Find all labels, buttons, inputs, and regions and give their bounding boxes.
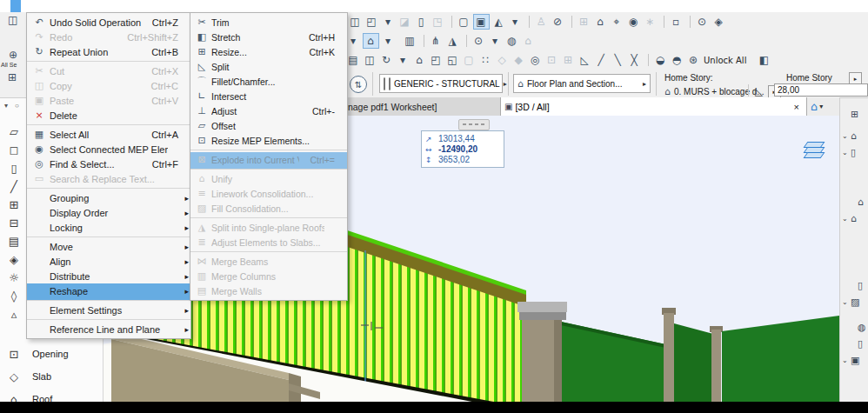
select-all-icon[interactable]: ⊕	[9, 49, 17, 61]
move-selection-icon[interactable]: ⊞	[561, 52, 576, 68]
worksheets-node-2[interactable]: ⌄ ▨	[840, 294, 868, 310]
details-node[interactable]: ⌄ ◍	[840, 319, 868, 336]
menu-locking[interactable]: Locking ▸	[27, 220, 190, 237]
menu-reference-line-plane[interactable]: Reference Line and Plane ▸	[27, 322, 190, 336]
link-icon[interactable]: ◳	[431, 14, 445, 30]
pick-pen-icon[interactable]: ╱	[594, 52, 609, 68]
cameras-node[interactable]: ⌄ ▯	[840, 336, 868, 352]
look-to-icon[interactable]: ◉	[626, 14, 641, 30]
submenu-split-single-plane-roofs[interactable]: ◮ Split into Single-plane Roofs ▸	[190, 220, 347, 235]
opening-tool[interactable]: ⊡ Opening	[0, 343, 103, 365]
submenu-stretch[interactable]: ◧ Stretch Ctrl+H ▸	[190, 30, 347, 44]
home-view-icon[interactable]: ⌂	[593, 14, 608, 30]
walk-icon[interactable]: ♙	[534, 14, 549, 30]
slab-tool[interactable]: ◇ Slab	[0, 365, 103, 388]
submenu-resize-mep[interactable]: ⊡ Resize MEP Elements... ▸	[190, 133, 347, 150]
perspective-icon[interactable]: ▢	[457, 14, 471, 30]
menu-design[interactable]	[31, 0, 42, 12]
snapshot-camera-icon[interactable]: ⊙	[471, 33, 486, 49]
camera-icon[interactable]: ⊙	[695, 14, 710, 30]
menu-distribute[interactable]: Distribute ▸	[27, 269, 190, 283]
dropdown-caret-icon[interactable]: ▾	[381, 14, 396, 30]
break-constraints-icon[interactable]: ∷	[478, 52, 493, 68]
menu-select-connected-mep[interactable]: ◉ Select Connected MEP Elements ▸	[27, 142, 190, 157]
menu-teamwork[interactable]	[63, 0, 73, 12]
submenu-linework-consolidation[interactable]: ≡ Linework Consolidation... ▸	[190, 186, 347, 201]
layer-combo[interactable]: GENERIC - STRUCTURAL ▸	[379, 74, 503, 93]
pet-palette[interactable]	[458, 119, 490, 130]
menu-element-settings[interactable]: Element Settings ▸	[27, 303, 190, 320]
submenu-offset[interactable]: ▱ Offset ▸	[190, 118, 347, 133]
separator[interactable]	[571, 16, 572, 28]
submenu-merge-walls[interactable]: ▤ Merge Walls ▸	[190, 283, 347, 298]
lock-pen-icon[interactable]: ╳	[627, 52, 642, 68]
menu-display-order[interactable]: Display Order ▸	[27, 205, 190, 220]
unlock-all-icon[interactable]: ⊛	[686, 52, 701, 68]
submenu-explode-current-view[interactable]: ⊠ Explode into Current View Ctrl+= ▸	[190, 152, 347, 170]
separator[interactable]	[648, 54, 649, 66]
unlock-icon[interactable]: ◓	[670, 52, 684, 68]
selection-marquee-icon[interactable]: ▫	[669, 14, 684, 30]
menu-paste[interactable]: ▣ Paste Ctrl+V ▸	[27, 93, 190, 108]
separator[interactable]	[664, 16, 664, 28]
submenu-adjust-elements-to-slabs[interactable]: ≣ Adjust Elements to Slabs... ▸	[190, 235, 347, 252]
submenu-unify[interactable]: ⌂ Unify ▸	[190, 171, 347, 186]
submenu-merge-columns[interactable]: ▥ Merge Columns ▸	[190, 269, 347, 283]
ruler-icon[interactable]: ▥	[403, 33, 417, 49]
separator[interactable]	[424, 35, 424, 47]
trace-reference-icon[interactable]	[802, 142, 828, 161]
worksheets-node[interactable]: ⌄ ▯	[840, 144, 868, 161]
axonometry-icon[interactable]: ▣	[473, 14, 490, 30]
menu-repeat-union[interactable]: ↻ Repeat Union Ctrl+B ▸	[27, 44, 190, 62]
solid-union-icon[interactable]: ◇	[495, 52, 510, 68]
renovation-filter-icon[interactable]: ⇅	[350, 76, 367, 93]
menu-view[interactable]	[21, 0, 31, 12]
submenu-fillet-chamfer[interactable]: ⌒ Fillet/Chamfer... ▸	[190, 74, 347, 89]
rotate-icon[interactable]: ↻	[379, 52, 394, 68]
menu-find-select[interactable]: ◎ Find & Select... Ctrl+F ▸	[27, 157, 190, 171]
select-similar-icon[interactable]: ◎	[528, 52, 543, 68]
3d-home-view-button[interactable]: ⌂ ▾	[811, 97, 823, 116]
menu-window[interactable]	[73, 0, 83, 12]
view-settings-combo[interactable]: ⌂ Floor Plan and Section... ▸	[513, 74, 651, 93]
dropdown-caret-icon[interactable]: ▾	[346, 33, 361, 49]
favorites-icon[interactable]: ⌂	[412, 52, 427, 68]
current-story-icon[interactable]: ⌂	[363, 33, 379, 49]
menu-move[interactable]: Move ▸	[27, 239, 190, 254]
pan-icon[interactable]: ∗	[643, 14, 658, 30]
copy-settings-icon[interactable]: ◫	[363, 52, 377, 68]
menu-file[interactable]	[0, 0, 10, 12]
polygon-edit-icon[interactable]: ◺	[578, 52, 592, 68]
tab-close-icon[interactable]: ×	[791, 102, 803, 112]
dropdown-caret-icon[interactable]: ▾	[488, 33, 503, 49]
menu-edit[interactable]	[10, 0, 21, 12]
menu-help[interactable]	[83, 0, 94, 12]
submenu-merge-beams[interactable]: ⋈ Merge Beams ▸	[190, 254, 347, 269]
submenu-resize[interactable]: ⊞ Resize... Ctrl+K ▸	[190, 44, 347, 59]
separator[interactable]	[529, 16, 530, 28]
marquee-icon[interactable]: ◫	[348, 14, 363, 30]
separator[interactable]	[690, 16, 691, 28]
grid-icon[interactable]: ⊞	[8, 71, 17, 83]
lock-icon[interactable]: ◒	[653, 52, 668, 68]
separator[interactable]	[466, 35, 467, 47]
menu-copy[interactable]: ◫ Copy Ctrl+C ▸	[27, 78, 190, 93]
inject-parameters-icon[interactable]: ◱	[445, 52, 460, 68]
submenu-trim[interactable]: ✂ Trim ▸	[190, 15, 347, 30]
menu-redo[interactable]: ↷ Redo Ctrl+Shift+Z ▸	[27, 30, 190, 44]
grid-snap-icon[interactable]: ⊞	[577, 14, 591, 30]
brush-icon[interactable]: ⋔	[429, 33, 444, 49]
menu-document[interactable]	[42, 0, 52, 12]
sections-node[interactable]: ⌄ ▯	[840, 277, 868, 294]
tab-3d-all[interactable]: ▣ [3D / All] ×	[501, 97, 807, 116]
paint-bucket-icon[interactable]: ◮	[445, 33, 460, 49]
ghost-icon[interactable]: ▢	[462, 52, 477, 68]
separator[interactable]	[451, 16, 452, 28]
marquee-stretch-icon[interactable]: ⊡	[544, 52, 559, 68]
menu-select-all[interactable]: ▦ Select All Ctrl+A ▸	[27, 127, 190, 142]
unlock-all-label[interactable]: Unlock All	[703, 52, 746, 68]
dropdown-caret-icon[interactable]: ▾	[508, 14, 523, 30]
settings-icon[interactable]: ▤	[346, 52, 361, 68]
views-icon[interactable]: ◰	[364, 14, 379, 30]
3d-node[interactable]: ⌄ ▣	[840, 352, 868, 369]
